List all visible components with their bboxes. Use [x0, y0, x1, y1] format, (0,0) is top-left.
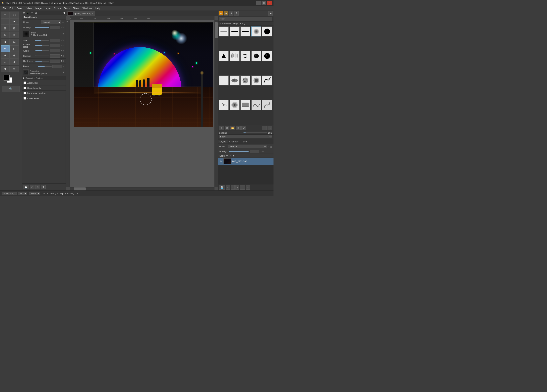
brush-spacing-slider[interactable]	[243, 133, 267, 133]
layers-tab-paths[interactable]: Paths	[240, 140, 249, 143]
titlebar-controls[interactable]: ─ □ ✕	[256, 1, 272, 5]
brush-cell-6[interactable]	[219, 51, 229, 61]
opacity-slider[interactable]	[35, 27, 49, 28]
layers-duplicate-btn[interactable]: ⧉	[240, 185, 245, 190]
tab-tool-options[interactable]: ⚙	[22, 11, 26, 15]
tab-device-status[interactable]: 📱	[26, 11, 30, 15]
menu-view[interactable]: View	[25, 7, 33, 10]
menu-colors[interactable]: Colors	[52, 7, 63, 10]
brush-cell-20[interactable]	[262, 100, 272, 110]
status-zoom-select[interactable]: 100 % 50 % 200 %	[29, 192, 40, 195]
tool-bucket-fill[interactable]: ▣	[1, 39, 10, 45]
layers-new-btn[interactable]: +	[226, 185, 230, 190]
tool-rect-select[interactable]: ⬚	[10, 12, 19, 18]
minimize-button[interactable]: ─	[256, 1, 261, 5]
tab-collapse[interactable]: ◀	[62, 11, 66, 15]
tool-rotate[interactable]: ↻	[1, 32, 10, 38]
size-reset-icon[interactable]: ↺	[60, 39, 62, 41]
layer-item[interactable]: 👁 IMG_2952-300	[218, 158, 274, 165]
brush-filter-input[interactable]	[219, 17, 272, 20]
brush-cell-3[interactable]	[240, 27, 250, 36]
menu-file[interactable]: File	[1, 7, 8, 10]
tool-blur[interactable]: ◎	[10, 39, 19, 45]
force-input[interactable]: 50,0	[52, 65, 62, 68]
menu-help[interactable]: Help	[94, 7, 102, 10]
aspect-reset-icon[interactable]: ↺	[60, 44, 62, 47]
layer-visibility-eye-icon[interactable]: 👁	[219, 159, 223, 163]
size-slider[interactable]	[35, 40, 49, 41]
tool-align[interactable]: ⊞	[1, 25, 10, 32]
rpanel-icon-bg-color[interactable]: ■	[224, 11, 228, 15]
dynamics-edit-icon[interactable]: ✎	[62, 71, 64, 74]
tool-fuzzy-select[interactable]: ✦	[10, 18, 19, 25]
rpanel-icon-font[interactable]: A	[229, 11, 233, 15]
tool-color-picker[interactable]: ✏	[10, 66, 19, 72]
tool-free-select[interactable]: ⌒	[1, 18, 10, 25]
brush-cell-15[interactable]	[262, 75, 272, 86]
scrollbar-horizontal[interactable]	[70, 187, 214, 190]
tool-clone[interactable]: ⊕	[1, 52, 10, 59]
brush-cell-8[interactable]	[240, 51, 250, 61]
apply-jitter-row[interactable]: Apply Jitter	[22, 80, 66, 86]
hardness-link-icon[interactable]: ⛓	[62, 60, 64, 62]
tool-options-delete-btn[interactable]: ✕	[35, 185, 40, 189]
layers-opacity-slider[interactable]	[229, 151, 249, 152]
spacing-link-icon[interactable]: ⛓	[62, 55, 64, 57]
menu-edit[interactable]: Edit	[8, 7, 15, 10]
menu-windows[interactable]: Windows	[81, 7, 94, 10]
opacity-link-icon[interactable]: ⛓	[62, 26, 64, 28]
menu-tools[interactable]: Tools	[62, 7, 71, 10]
maximize-button[interactable]: □	[261, 1, 266, 5]
layers-opacity-input[interactable]: 100,0	[250, 150, 259, 153]
lock-position-icon[interactable]: +	[230, 155, 231, 157]
brush-cell-18[interactable]	[240, 100, 250, 110]
hardness-slider[interactable]	[35, 61, 49, 61]
brush-next-btn[interactable]: →	[267, 126, 272, 130]
tool-options-reset-btn[interactable]: ↺	[41, 185, 46, 189]
incremental-checkbox[interactable]	[24, 97, 26, 100]
tool-paths[interactable]: ⌘	[1, 66, 10, 72]
tool-dodge[interactable]: ☼	[1, 59, 10, 65]
smooth-stroke-checkbox[interactable]	[24, 87, 26, 89]
layers-lower-btn[interactable]: ↓	[235, 185, 239, 190]
canvas-tab-image[interactable]: *[IMG_2952-300] ✕	[67, 11, 95, 16]
dynamics-icon-thumb[interactable]	[23, 70, 29, 75]
menu-image[interactable]: Image	[33, 7, 43, 10]
lock-alpha-icon[interactable]: ⊞	[233, 154, 234, 157]
brush-cell-12[interactable]	[230, 75, 239, 86]
rpanel-icon-settings[interactable]: ⚙	[234, 11, 239, 15]
opacity-reset-icon[interactable]: ↺	[60, 26, 62, 28]
status-unit-select[interactable]: px mm in	[18, 192, 27, 195]
brush-cell-2[interactable]	[230, 27, 239, 36]
angle-link-icon[interactable]: ⛓	[62, 50, 64, 52]
foreground-color[interactable]	[4, 75, 10, 81]
rpanel-icon-fg-color[interactable]: ■	[219, 11, 223, 15]
tool-options-restore-btn[interactable]: ↩	[30, 185, 34, 189]
tool-smudge[interactable]: ≋	[10, 32, 19, 38]
layers-raise-btn[interactable]: ↑	[231, 185, 235, 190]
layers-opacity-link-icon[interactable]: ⛓	[262, 150, 264, 153]
brush-edit-icon[interactable]: ✎	[62, 33, 64, 35]
layers-new-from-visible-btn[interactable]: 💾	[219, 185, 225, 190]
brush-cell-17[interactable]	[230, 100, 239, 110]
brush-prev-btn[interactable]: ←	[262, 126, 267, 130]
brush-cell-9[interactable]	[251, 51, 261, 61]
scrollbar-h-thumb[interactable]	[74, 187, 86, 190]
layers-delete-btn[interactable]: ✕	[246, 185, 250, 190]
brush-cell-13[interactable]	[240, 75, 250, 86]
tool-text[interactable]: A	[10, 59, 19, 65]
lock-paint-icon[interactable]: ✏	[226, 154, 228, 157]
brush-new-btn[interactable]: 📂	[230, 126, 235, 130]
size-link-icon[interactable]: ⛓	[62, 39, 64, 41]
brush-cell-7[interactable]	[230, 51, 239, 61]
menu-select[interactable]: Select	[15, 7, 25, 10]
hardness-input[interactable]: 50,0	[50, 60, 60, 63]
tool-crop[interactable]: ⊡	[10, 25, 19, 32]
angle-input[interactable]: 0,00	[50, 49, 60, 52]
mode-reset-icon[interactable]: ↺	[62, 21, 63, 24]
brush-delete-btn[interactable]: ✕	[236, 126, 241, 130]
brush-duplicate-btn[interactable]: ⧉	[225, 126, 229, 130]
layers-mode-link-icon[interactable]: ⛓	[270, 146, 272, 148]
aspect-input[interactable]: 0,00	[50, 44, 60, 47]
tool-search[interactable]: 🔍	[2, 86, 20, 92]
